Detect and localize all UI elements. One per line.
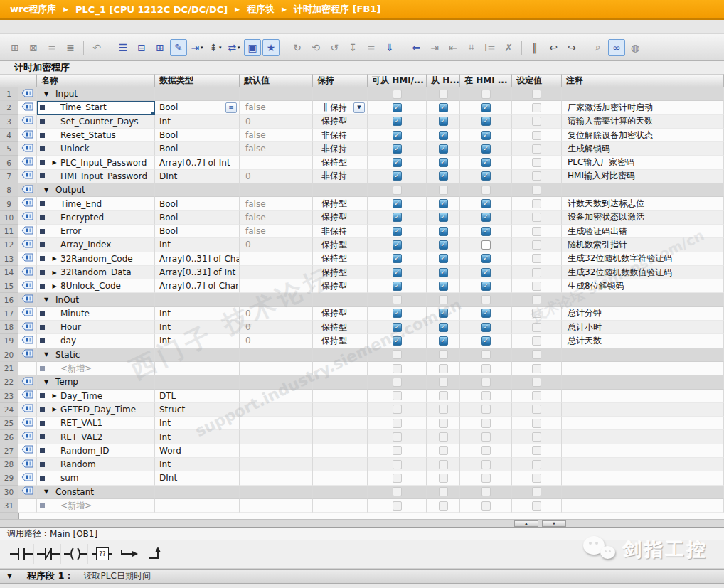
data-type-cell[interactable]: DTL	[155, 390, 240, 403]
retain-cell[interactable]	[313, 390, 368, 403]
scroll-down-button[interactable]: ▼	[542, 520, 566, 527]
insert-row-below-icon[interactable]: ≣	[62, 39, 79, 56]
section-collapse-icon[interactable]: ▼	[44, 91, 51, 97]
coil-icon[interactable]	[63, 544, 88, 564]
row-number[interactable]: 17	[0, 307, 18, 321]
default-value-cell[interactable]	[240, 348, 313, 362]
comment-cell[interactable]	[562, 458, 724, 471]
comment-cell[interactable]: 生成32位随机数字符验证码	[562, 252, 724, 266]
data-type-cell[interactable]	[155, 362, 240, 375]
data-type-cell[interactable]	[155, 293, 240, 306]
row-number[interactable]: 7	[0, 170, 18, 183]
retain-cell[interactable]: 保持型	[313, 156, 368, 169]
hmi-accessible-checkbox[interactable]: ✓	[393, 309, 402, 318]
next-bookmark-icon[interactable]: ↪	[563, 39, 580, 56]
maximize-panel-icon[interactable]: ⊟	[133, 39, 150, 56]
name-cell[interactable]: ▶8Unlock_Code	[37, 279, 155, 293]
row-number[interactable]: 3	[0, 115, 18, 129]
default-value-cell[interactable]: 0	[240, 115, 313, 129]
retain-cell[interactable]: 保持型	[313, 334, 368, 348]
hmi-writable-checkbox[interactable]: ✓	[439, 254, 448, 263]
data-type-cell[interactable]	[155, 499, 240, 513]
default-value-cell[interactable]	[240, 417, 313, 430]
row-number[interactable]: 28	[0, 458, 18, 471]
name-cell[interactable]: Minute	[37, 307, 155, 321]
default-value-cell[interactable]: false	[240, 101, 313, 114]
comment-cell[interactable]	[562, 486, 724, 499]
comment-cell[interactable]	[562, 430, 724, 444]
hmi-accessible-checkbox[interactable]: ✓	[393, 323, 402, 332]
row-number[interactable]: 26	[0, 430, 18, 444]
comment-cell[interactable]	[562, 183, 724, 197]
comment-cell[interactable]	[562, 403, 724, 417]
row-number[interactable]: 27	[0, 444, 18, 458]
section-collapse-icon[interactable]: ▼	[44, 379, 51, 385]
name-cell[interactable]: <新增>	[37, 362, 155, 375]
retain-cell[interactable]	[313, 444, 368, 458]
retain-cell[interactable]	[313, 499, 368, 513]
favorites-icon[interactable]: ★	[262, 39, 280, 56]
clear-formatting-icon[interactable]: ✗	[500, 39, 517, 56]
default-value-cell[interactable]	[240, 293, 313, 306]
retain-cell[interactable]: 非保持	[313, 142, 368, 156]
retain-cell[interactable]	[313, 362, 368, 375]
hmi-accessible-checkbox[interactable]: ✓	[393, 254, 402, 263]
row-number[interactable]: 25	[0, 417, 18, 430]
retain-cell[interactable]: 保持型	[313, 321, 368, 334]
comment-cell[interactable]	[562, 348, 724, 362]
name-cell[interactable]: ▼Output	[37, 183, 155, 197]
name-cell[interactable]: Time_End	[37, 197, 155, 210]
selection-fill-handle[interactable]	[151, 111, 154, 114]
comment-cell[interactable]: 总计天数	[562, 334, 724, 348]
name-cell[interactable]: Reset_Status	[37, 129, 155, 142]
hmi-accessible-checkbox[interactable]: ✓	[393, 131, 402, 140]
hmi-writable-checkbox[interactable]: ✓	[439, 336, 448, 346]
data-type-cell[interactable]: Bool	[155, 129, 240, 142]
default-value-cell[interactable]	[240, 279, 313, 293]
retain-cell[interactable]	[313, 486, 368, 499]
retain-cell[interactable]: 非保持	[313, 225, 368, 238]
know-how-protection-icon[interactable]: ◍	[627, 39, 644, 56]
retain-cell[interactable]	[313, 375, 368, 389]
hmi-accessible-checkbox[interactable]: ✓	[393, 199, 402, 208]
scroll-up-button[interactable]: ▲	[514, 520, 538, 527]
default-value-cell[interactable]: 0	[240, 334, 313, 348]
hmi-visible-checkbox[interactable]: ✓	[481, 117, 491, 126]
hmi-visible-checkbox[interactable]: ✓	[481, 254, 491, 263]
retain-cell[interactable]: 非保持▼	[313, 101, 368, 114]
row-number[interactable]: 4	[0, 129, 18, 142]
hmi-writable-checkbox[interactable]: ✓	[439, 131, 448, 140]
row-number[interactable]: 24	[0, 403, 18, 417]
retain-cell[interactable]: 保持型	[313, 115, 368, 129]
header-data-type[interactable]: 数据类型	[155, 74, 240, 87]
comment-cell[interactable]: 总计分钟	[562, 307, 724, 321]
name-cell[interactable]: RET_VAL1	[37, 417, 155, 430]
breadcrumb-item[interactable]: 程序块	[244, 3, 277, 16]
data-type-cell[interactable]: Int	[155, 417, 240, 430]
row-number[interactable]: 19	[0, 334, 18, 348]
breadcrumb-item[interactable]: wrc程序库	[7, 3, 59, 16]
retain-cell[interactable]: 保持型	[313, 279, 368, 293]
default-value-cell[interactable]: 0	[240, 238, 313, 252]
default-value-cell[interactable]: false	[240, 225, 313, 238]
data-type-cell[interactable]	[155, 87, 240, 101]
outline-icon[interactable]: ≡	[363, 39, 380, 56]
row-number[interactable]: 12	[0, 238, 18, 252]
hmi-accessible-checkbox[interactable]: ✓	[393, 336, 402, 346]
row-number[interactable]: 13	[0, 252, 18, 266]
data-type-cell[interactable]: Int	[155, 115, 240, 129]
hmi-visible-checkbox[interactable]: ✓	[481, 213, 491, 222]
name-cell[interactable]: ▼Temp	[37, 375, 155, 389]
retain-dropdown-button[interactable]: ▼	[353, 102, 365, 113]
hmi-accessible-checkbox[interactable]: ✓	[393, 282, 402, 291]
section-collapse-icon[interactable]: ▼	[44, 488, 51, 495]
name-cell[interactable]: <新增>	[37, 499, 155, 513]
default-value-cell[interactable]	[240, 471, 313, 485]
row-number[interactable]: 14	[0, 266, 18, 279]
name-cell[interactable]: Random_ID	[37, 444, 155, 458]
data-type-cell[interactable]: Int	[155, 334, 240, 348]
network-collapse-icon[interactable]: ▼	[7, 572, 17, 579]
row-number[interactable]: 29	[0, 471, 18, 485]
download-tag-values-icon[interactable]: ⇥▾	[188, 39, 206, 56]
default-value-cell[interactable]	[240, 499, 313, 513]
